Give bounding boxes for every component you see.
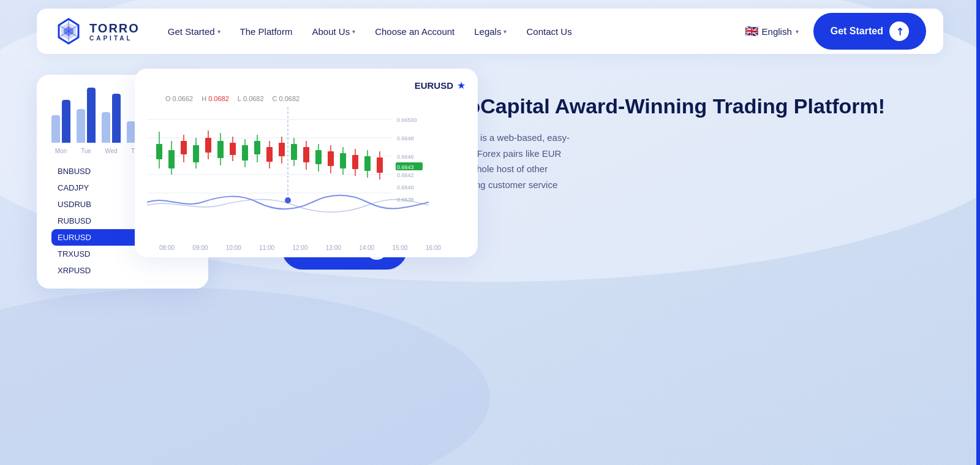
bar-group-tue: Tue: [77, 88, 96, 154]
get-started-button[interactable]: Get Started ↗: [813, 13, 926, 50]
svg-text:0.66500: 0.66500: [397, 117, 417, 123]
chart-symbol: EURUSD: [415, 80, 453, 91]
nav-item-get-started[interactable]: Get Started ▾: [159, 21, 229, 42]
bar-group-mon: Mon: [51, 100, 70, 154]
star-icon[interactable]: ★: [457, 80, 466, 91]
chevron-down-icon: ▾: [796, 28, 799, 35]
nav-item-legals[interactable]: Legals ▾: [466, 21, 515, 42]
svg-rect-15: [156, 144, 162, 159]
svg-text:0.6642: 0.6642: [397, 172, 414, 178]
svg-rect-21: [193, 145, 199, 162]
logo-icon: [54, 17, 83, 46]
svg-text:0.6648: 0.6648: [397, 135, 414, 142]
svg-rect-43: [328, 151, 334, 166]
chart-widget-area: Mon Tue: [37, 75, 233, 289]
chevron-down-icon: ▾: [503, 28, 507, 35]
flag-icon: 🇬🇧: [745, 25, 758, 38]
logo-capital: CAPITAL: [89, 35, 140, 42]
svg-rect-29: [242, 145, 248, 161]
chevron-down-icon: ▾: [352, 28, 355, 35]
svg-rect-25: [217, 141, 224, 158]
nav-item-contact[interactable]: Contact Us: [518, 21, 580, 42]
nav-links: Get Started ▾ The Platform About Us ▾ Ch…: [159, 21, 736, 42]
candlestick-area: 0.66500 0.6648 0.6646 0.6643 0.6642 0.66…: [147, 107, 466, 242]
svg-point-61: [285, 197, 291, 203]
svg-rect-47: [352, 155, 358, 169]
nav-item-choose-account[interactable]: Choose an Account: [366, 21, 463, 42]
ohlc-high: H 0.0682: [202, 95, 229, 102]
chevron-down-icon: ▾: [217, 28, 221, 35]
nav-item-about[interactable]: About Us ▾: [303, 21, 364, 42]
logo-torro: TORRO: [89, 21, 140, 35]
svg-rect-39: [303, 147, 309, 162]
svg-rect-49: [364, 156, 371, 171]
ohlc-close: C 0.0682: [273, 95, 300, 102]
candlestick-svg: 0.66500 0.6648 0.6646 0.6643 0.6642 0.66…: [147, 107, 429, 217]
svg-rect-37: [291, 144, 297, 160]
svg-text:0.6640: 0.6640: [397, 184, 414, 191]
svg-text:0.6643: 0.6643: [397, 164, 414, 170]
language-selector[interactable]: 🇬🇧 English ▾: [736, 20, 807, 43]
svg-rect-31: [254, 141, 260, 154]
svg-rect-41: [315, 150, 322, 164]
hero-section: Mon Tue: [0, 62, 980, 289]
logo[interactable]: TORRO CAPITAL: [54, 17, 140, 46]
svg-rect-33: [266, 147, 273, 162]
arrow-circle-icon: ↗: [889, 21, 909, 41]
svg-rect-23: [205, 138, 211, 153]
svg-rect-19: [181, 141, 187, 154]
ohlc-bar: O 0.0662 H 0.0682 L 0.0682 C 0.0682: [165, 95, 466, 102]
svg-rect-45: [340, 153, 346, 168]
svg-rect-27: [230, 143, 236, 155]
ticker-xrpusd[interactable]: XRPUSD: [51, 262, 194, 279]
chart-header: EURUSD ★: [147, 80, 466, 91]
svg-rect-51: [377, 157, 383, 173]
ohlc-low: L 0.0682: [238, 95, 264, 102]
time-labels: 08:00 09:00 10:00 11:00 12:00 13:00 14:0…: [147, 242, 466, 251]
ohlc-open: O 0.0662: [165, 95, 193, 102]
bar-group-wed: Wed: [102, 94, 121, 154]
nav-item-platform[interactable]: The Platform: [232, 21, 301, 42]
svg-rect-17: [168, 150, 175, 168]
svg-rect-35: [279, 143, 285, 156]
svg-text:0.6646: 0.6646: [397, 154, 414, 160]
svg-point-2: [0, 288, 490, 465]
main-chart-card: EURUSD ★ O 0.0662 H 0.0682 L 0.0682: [135, 69, 478, 257]
navbar: TORRO CAPITAL Get Started ▾ The Platform…: [37, 9, 943, 54]
nav-right: 🇬🇧 English ▾ Get Started ↗: [736, 13, 926, 50]
